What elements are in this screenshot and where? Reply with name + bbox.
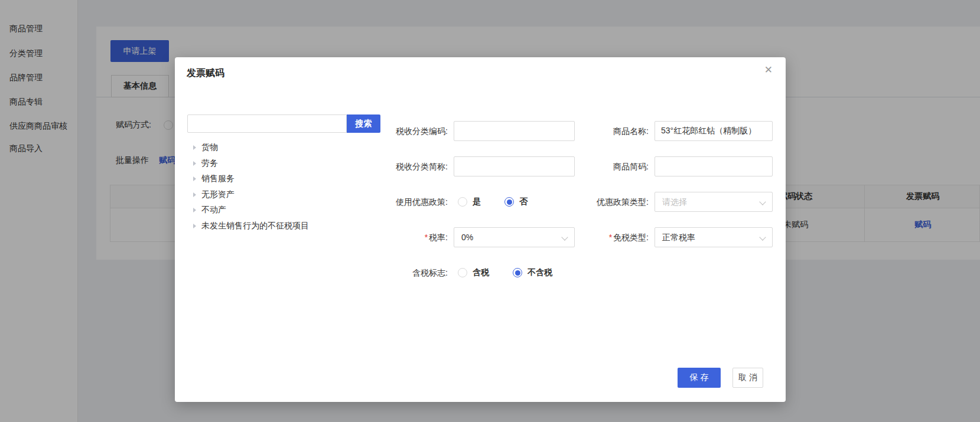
required-asterisk: *	[425, 233, 428, 242]
tree-item-intangible-assets[interactable]: 无形资产	[193, 189, 309, 201]
use-policy-no-label[interactable]: 否	[519, 197, 528, 207]
save-button[interactable]: 保 存	[678, 368, 721, 388]
tax-excluded-radio[interactable]	[513, 268, 522, 277]
modal-title: 发票赋码	[187, 67, 224, 80]
policy-type-placeholder: 请选择	[662, 197, 687, 207]
tax-code-label: 税收分类编码:	[330, 121, 448, 141]
tree-item-non-taxable[interactable]: 未发生销售行为的不征税项目	[193, 220, 309, 232]
expand-arrow-icon[interactable]	[193, 176, 196, 181]
tree-item-goods[interactable]: 货物	[193, 142, 309, 153]
tax-rate-label: *税率:	[330, 227, 448, 247]
chevron-down-icon	[759, 234, 766, 240]
product-code-input[interactable]	[655, 156, 773, 176]
expand-arrow-icon[interactable]	[193, 208, 196, 212]
product-name-label: 商品名称:	[530, 121, 649, 141]
policy-type-label: 优惠政策类型:	[530, 192, 649, 212]
use-policy-no-radio[interactable]	[504, 197, 514, 207]
tax-included-radio[interactable]	[458, 268, 467, 277]
tax-rate-value: 0%	[461, 233, 473, 242]
tax-included-label[interactable]: 含税	[473, 267, 489, 278]
chevron-down-icon	[759, 198, 766, 205]
product-name-input[interactable]	[655, 121, 773, 141]
use-policy-yes-label[interactable]: 是	[473, 197, 481, 207]
tax-free-type-label: *免税类型:	[530, 227, 649, 247]
expand-arrow-icon[interactable]	[193, 161, 196, 166]
product-code-label: 商品简码:	[530, 156, 649, 176]
expand-arrow-icon[interactable]	[193, 145, 196, 150]
tax-flag-radio-group: 含税 不含税	[454, 263, 552, 283]
use-policy-radio-group: 是 否	[454, 192, 528, 212]
expand-arrow-icon[interactable]	[193, 192, 196, 197]
invoice-coding-modal: 发票赋码 ✕ 搜索 货物 劳务 销售服务 无形资产 不动产	[175, 57, 786, 402]
required-asterisk: *	[609, 233, 612, 242]
use-policy-yes-radio[interactable]	[458, 197, 467, 207]
tax-excluded-label[interactable]: 不含税	[528, 267, 552, 278]
use-policy-label: 使用优惠政策:	[330, 192, 448, 212]
tax-free-type-value: 正常税率	[662, 233, 695, 242]
close-icon[interactable]: ✕	[764, 65, 773, 75]
cancel-button[interactable]: 取 消	[732, 368, 763, 388]
tax-abbr-label: 税收分类简称:	[330, 156, 448, 176]
screen: 商品管理 分类管理 品牌管理 商品专辑 供应商商品审核 商品导入 申请上架 基本…	[0, 0, 980, 422]
tax-flag-label: 含税标志:	[330, 263, 448, 283]
tree-item-real-estate[interactable]: 不动产	[193, 204, 309, 216]
tax-free-type-select[interactable]: 正常税率	[655, 227, 773, 247]
tree-item-labor[interactable]: 劳务	[193, 158, 309, 169]
policy-type-select[interactable]: 请选择	[655, 192, 773, 212]
tax-category-tree: 货物 劳务 销售服务 无形资产 不动产 未发生销售行为的不征税项目	[193, 142, 309, 232]
expand-arrow-icon[interactable]	[193, 224, 196, 228]
tree-item-sales-services[interactable]: 销售服务	[193, 173, 309, 185]
category-search-input[interactable]	[187, 115, 347, 133]
